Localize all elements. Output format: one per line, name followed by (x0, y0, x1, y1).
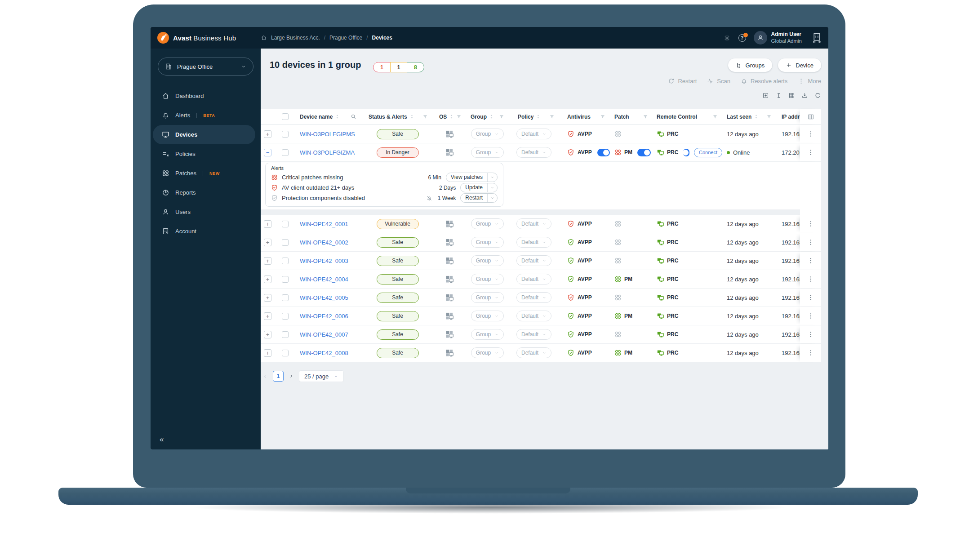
row-checkbox[interactable] (282, 258, 289, 264)
policy-dropdown[interactable]: Default (516, 218, 551, 229)
filter-icon[interactable] (499, 114, 504, 120)
sidebar-item-reports[interactable]: Reports (153, 183, 255, 202)
sidebar-item-users[interactable]: Users (153, 202, 255, 222)
alert-action-view-patches[interactable]: View patches (446, 173, 498, 182)
row-menu-icon[interactable] (807, 276, 814, 283)
row-menu-icon[interactable] (807, 149, 814, 156)
row-height-icon[interactable] (775, 92, 782, 99)
row-menu-icon[interactable] (807, 220, 814, 227)
device-name-link[interactable]: WIN-OPE42_0007 (295, 331, 348, 338)
row-checkbox[interactable] (282, 294, 289, 301)
filter-icon[interactable] (600, 114, 605, 120)
connect-button[interactable]: Connect (694, 148, 722, 157)
device-name-link[interactable]: WIN-OPE42_0003 (295, 258, 348, 264)
row-checkbox[interactable] (282, 331, 289, 338)
more-action[interactable]: More (798, 78, 821, 84)
row-menu-icon[interactable] (807, 349, 814, 356)
current-page[interactable]: 1 (273, 371, 284, 382)
alert-action-restart[interactable]: Restart (460, 193, 498, 203)
home-icon[interactable] (261, 35, 267, 41)
device-name-link[interactable]: WIN-OPE42_0006 (295, 313, 348, 320)
restart-action[interactable]: Restart (668, 78, 697, 84)
breadcrumb-item-large-business-acc-[interactable]: Large Business Acc. (271, 35, 320, 41)
row-checkbox[interactable] (282, 221, 289, 227)
policy-dropdown[interactable]: Default (516, 274, 551, 284)
expand-row-button[interactable]: + (264, 276, 271, 283)
help-button[interactable]: ? (738, 34, 746, 42)
row-checkbox[interactable] (282, 313, 289, 320)
group-dropdown[interactable]: Group (471, 347, 504, 358)
site-selector[interactable]: Prague Office (158, 58, 253, 76)
sort-icon[interactable] (449, 114, 454, 119)
resolve-alerts-action[interactable]: Resolve alerts (741, 78, 787, 84)
policy-dropdown[interactable]: Default (516, 255, 551, 266)
row-menu-icon[interactable] (807, 239, 814, 246)
row-checkbox[interactable] (282, 131, 289, 138)
sidebar-item-dashboard[interactable]: Dashboard (153, 86, 255, 106)
expand-row-button[interactable]: + (264, 312, 271, 320)
table-density-icon[interactable] (788, 92, 795, 99)
filter-icon[interactable] (643, 114, 648, 120)
expand-row-button[interactable]: + (264, 331, 271, 338)
policy-dropdown[interactable]: Default (516, 347, 551, 358)
group-dropdown[interactable]: Group (471, 255, 504, 266)
alert-action-chevron[interactable] (488, 186, 497, 190)
expand-row-button[interactable]: + (264, 220, 271, 228)
alert-action-chevron[interactable] (488, 175, 497, 179)
expand-row-button[interactable]: − (264, 149, 271, 156)
count-badge-safe[interactable]: 8 (407, 62, 424, 72)
remote-control-toggle[interactable] (683, 149, 689, 156)
policy-dropdown[interactable]: Default (516, 237, 551, 248)
reload-icon[interactable] (814, 92, 821, 99)
filter-icon[interactable] (456, 114, 462, 120)
expand-row-button[interactable]: + (264, 257, 271, 265)
device-name-link[interactable]: WIN-OPE42_0008 (295, 350, 348, 356)
expand-all-icon[interactable] (762, 92, 769, 99)
alert-action-update[interactable]: Update (460, 183, 498, 192)
row-menu-icon[interactable] (807, 130, 814, 138)
device-name-link[interactable]: WIN-OPE42_0001 (295, 221, 348, 227)
row-checkbox[interactable] (282, 239, 289, 246)
user-menu[interactable]: Admin User Global Admin (754, 31, 802, 45)
antivirus-toggle[interactable] (597, 149, 610, 156)
row-menu-icon[interactable] (807, 331, 814, 338)
filter-icon[interactable] (422, 114, 428, 120)
group-dropdown[interactable]: Group (471, 311, 504, 321)
expand-row-button[interactable]: + (264, 294, 271, 302)
breadcrumb-item-prague-office[interactable]: Prague Office (329, 35, 362, 41)
sort-icon[interactable] (335, 114, 340, 119)
sidebar-item-alerts[interactable]: Alerts BETA (153, 106, 255, 125)
next-page-button[interactable] (289, 373, 294, 379)
device-name-link[interactable]: WIN-O3POLFGIPMS (295, 131, 355, 138)
sidebar-item-account[interactable]: Account (153, 222, 255, 241)
add-device-button[interactable]: Device (778, 58, 821, 72)
count-badge-danger[interactable]: 1 (373, 62, 391, 72)
row-checkbox[interactable] (282, 276, 289, 283)
group-dropdown[interactable]: Group (471, 147, 504, 158)
policy-dropdown[interactable]: Default (516, 292, 551, 303)
policy-dropdown[interactable]: Default (516, 329, 551, 340)
filter-icon[interactable] (712, 114, 718, 120)
row-checkbox[interactable] (282, 350, 289, 356)
export-icon[interactable] (801, 92, 808, 99)
device-name-link[interactable]: WIN-O3POLFGIZMA (295, 149, 355, 156)
policy-dropdown[interactable]: Default (516, 147, 551, 158)
group-dropdown[interactable]: Group (471, 237, 504, 248)
policy-dropdown[interactable]: Default (516, 311, 551, 321)
expand-row-button[interactable]: + (264, 239, 271, 246)
row-menu-icon[interactable] (807, 294, 814, 301)
sidebar-item-patches[interactable]: Patches NEW (153, 164, 255, 183)
groups-button[interactable]: Groups (728, 58, 773, 72)
expand-row-button[interactable]: + (264, 130, 271, 138)
row-checkbox[interactable] (282, 149, 289, 156)
group-dropdown[interactable]: Group (471, 274, 504, 284)
group-dropdown[interactable]: Group (471, 218, 504, 229)
scan-action[interactable]: Scan (707, 78, 730, 84)
company-switcher-icon[interactable] (811, 32, 822, 44)
sidebar-collapse-button[interactable]: « (160, 435, 164, 444)
row-menu-icon[interactable] (807, 312, 814, 320)
device-name-link[interactable]: WIN-OPE42_0005 (295, 294, 348, 301)
alert-action-chevron[interactable] (488, 196, 497, 200)
device-name-link[interactable]: WIN-OPE42_0002 (295, 239, 348, 246)
sort-icon[interactable] (489, 114, 494, 119)
